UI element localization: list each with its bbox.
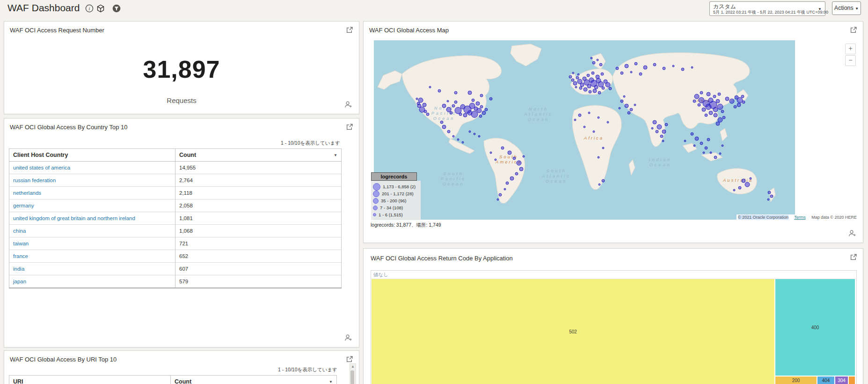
page-title: WAF Dashboard <box>7 2 80 14</box>
table-header-row: Client Host Country Count▼ <box>9 149 342 162</box>
open-in-new-window-icon[interactable] <box>850 254 857 260</box>
country-link[interactable]: france <box>13 253 28 259</box>
column-menu-icon[interactable]: ▼ <box>329 380 333 384</box>
map-data-dot <box>447 100 449 102</box>
treemap-group-label: 値なし <box>373 272 388 278</box>
actions-button[interactable]: Actions ▼ <box>832 1 861 15</box>
country-link[interactable]: united states of america <box>13 165 70 170</box>
map-data-credit: Map data © 2020 HERE <box>811 215 857 220</box>
treemap-block-502[interactable]: 502 <box>372 279 774 384</box>
map-data-dot <box>665 123 668 126</box>
map-data-dot <box>729 99 734 103</box>
treemap-block-304[interactable]: 304 <box>835 377 848 384</box>
country-link[interactable]: russian federation <box>13 177 56 183</box>
map-data-dot <box>734 105 737 108</box>
legend-title: logrecords <box>371 172 417 181</box>
legend-entry-label: 1 - 6 (1,515) <box>379 212 403 217</box>
map-data-dot <box>578 114 581 117</box>
open-in-new-window-icon[interactable] <box>346 124 353 130</box>
map-data-dot <box>506 182 509 185</box>
map-data-dot <box>569 75 572 78</box>
world-map[interactable]: NorthPacificOceanNorthAtlanticOceanAfric… <box>374 40 795 220</box>
map-legend-entries: 1,173 - 6,858 (2)201 - 1,172 (28)35 - 20… <box>371 181 421 220</box>
map-data-dot <box>709 111 713 115</box>
map-data-dot <box>447 130 450 133</box>
map-data-dot <box>653 63 656 66</box>
terms-link[interactable]: Terms <box>794 215 806 220</box>
map-data-dot <box>605 82 610 87</box>
map-data-dot <box>576 76 579 79</box>
open-in-new-window-icon[interactable] <box>850 27 857 33</box>
count-cell: 652 <box>175 250 342 263</box>
map-data-dot <box>623 96 625 97</box>
map-zoom-in-button[interactable]: + <box>845 44 856 54</box>
column-header-country[interactable]: Client Host Country <box>9 149 175 162</box>
map-data-dot <box>607 121 609 123</box>
column-header-uri[interactable]: URI <box>9 376 171 384</box>
legend-entry-label: 35 - 200 (96) <box>381 198 406 203</box>
map-data-dot <box>489 97 492 100</box>
country-link[interactable]: united kingdom of great britain and nort… <box>13 215 135 221</box>
person-add-icon[interactable] <box>344 100 353 109</box>
scroll-up-icon[interactable]: ▲ <box>350 364 356 369</box>
open-in-new-window-icon[interactable] <box>346 356 353 362</box>
column-header-count[interactable]: Count▼ <box>175 149 342 162</box>
time-range-picker[interactable]: カスタム 5月 1, 2022 03:21 午後 - 5月 22, 2023 0… <box>709 1 825 16</box>
treemap-block[interactable] <box>849 377 855 384</box>
legend-entry: 7 - 34 (108) <box>373 204 419 211</box>
country-link[interactable]: china <box>13 228 26 234</box>
map-data-dot <box>634 104 636 106</box>
person-add-icon[interactable] <box>344 333 353 342</box>
table-row: russian federation2,764 <box>9 174 342 187</box>
map-data-dot <box>717 104 723 110</box>
treemap-block-404[interactable]: 404 <box>817 377 834 384</box>
map-data-dot <box>480 94 483 97</box>
filter-icon[interactable] <box>112 4 121 13</box>
pagination-status: 1 - 10/10を表示しています <box>281 140 340 147</box>
map-data-dot <box>575 86 577 88</box>
country-link[interactable]: japan <box>13 279 26 284</box>
map-data-dot <box>691 133 693 135</box>
map-data-dot <box>653 120 656 124</box>
treemap-block-400[interactable]: 400 <box>775 279 855 376</box>
cube-icon[interactable] <box>96 4 105 13</box>
map-data-dot <box>497 199 499 200</box>
map-data-dot <box>737 97 743 103</box>
scrollbar-thumb[interactable] <box>350 370 354 384</box>
map-data-dot <box>452 104 455 107</box>
treemap-block-200[interactable]: 200 <box>775 377 817 384</box>
column-header-count[interactable]: Count▼ <box>171 376 337 384</box>
vertical-scrollbar[interactable]: ▲ <box>350 363 356 384</box>
map-data-dot <box>707 92 710 96</box>
map-data-dot <box>639 73 642 75</box>
map-data-dot <box>508 151 511 155</box>
country-cell: germany <box>9 199 175 212</box>
column-menu-icon[interactable]: ▼ <box>334 153 337 157</box>
map-data-dot <box>592 61 595 64</box>
map-label: SouthPacificOcean <box>441 171 467 186</box>
country-link[interactable]: germany <box>13 203 34 208</box>
time-range-detail: 5月 1, 2022 03:21 午後 - 5月 22, 2023 04:21 … <box>713 9 828 15</box>
map-data-dot <box>418 98 423 103</box>
country-link[interactable]: india <box>13 266 24 272</box>
map-data-dot <box>513 157 516 160</box>
map-data-dot <box>716 99 720 103</box>
map-data-dot <box>733 189 735 191</box>
country-link[interactable]: taiwan <box>13 241 29 246</box>
legend-entry: 1 - 6 (1,515) <box>373 211 419 218</box>
legend-entry: 201 - 1,172 (28) <box>373 190 419 197</box>
map-data-dot <box>457 139 459 140</box>
map-data-dot <box>700 142 703 145</box>
map-data-dot <box>598 184 600 185</box>
panel-title: WAF OCI Access Request Number <box>10 27 104 34</box>
map-data-dot <box>705 147 708 149</box>
map-data-dot <box>417 102 420 105</box>
legend-entry: 35 - 200 (96) <box>373 197 419 204</box>
person-add-icon[interactable] <box>848 229 857 238</box>
pagination-status: 1 - 10/10を表示しています <box>278 367 337 373</box>
open-in-new-window-icon[interactable] <box>346 27 353 33</box>
map-data-dot <box>713 95 716 98</box>
country-link[interactable]: netherlands <box>13 190 41 196</box>
map-zoom-out-button[interactable]: − <box>845 55 856 66</box>
info-icon[interactable]: i <box>85 4 94 13</box>
